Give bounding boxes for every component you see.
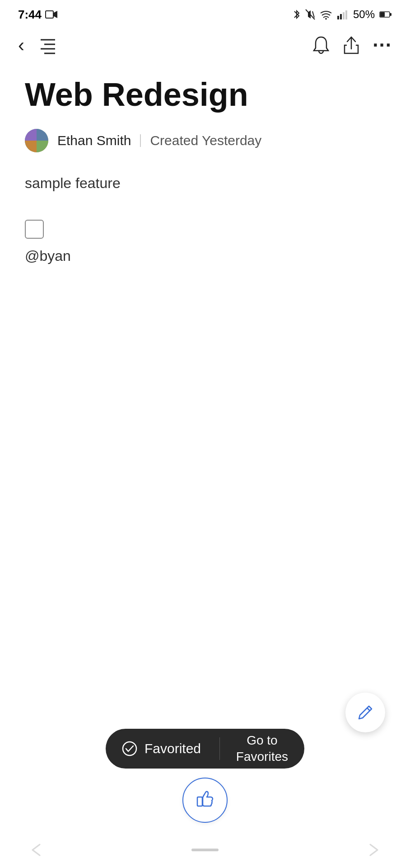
time-text: 7:44	[18, 8, 42, 22]
favorited-section[interactable]: Favorited	[106, 741, 219, 756]
svg-rect-6	[337, 16, 339, 19]
svg-rect-12	[390, 13, 391, 16]
mute-icon	[305, 9, 315, 20]
svg-marker-1	[54, 11, 57, 18]
nav-bar: ‹ ···	[0, 27, 410, 63]
more-button[interactable]: ···	[373, 34, 392, 57]
svg-rect-11	[380, 12, 385, 17]
outline-button[interactable]	[38, 36, 58, 54]
bottom-forward-icon[interactable]	[365, 841, 383, 859]
created-date: Created Yesterday	[150, 133, 261, 148]
video-icon	[45, 9, 58, 19]
author-avatar	[25, 129, 48, 152]
svg-rect-7	[340, 14, 342, 19]
bell-icon[interactable]	[312, 35, 330, 55]
goto-favorites-button[interactable]: Go to Favorites	[220, 732, 304, 765]
thumbsup-icon	[194, 789, 216, 811]
status-bar: 7:44 50%	[0, 0, 410, 27]
share-icon[interactable]	[343, 35, 360, 55]
nav-right: ···	[312, 34, 392, 57]
battery-text: 50%	[353, 8, 375, 21]
fab-edit-button[interactable]	[345, 693, 385, 732]
svg-point-5	[325, 18, 327, 19]
goto-favorites-label: Go to Favorites	[236, 732, 288, 765]
action-bar: Favorited Go to Favorites	[106, 729, 304, 769]
checkbox[interactable]	[25, 220, 44, 239]
nav-left: ‹	[18, 34, 58, 56]
status-time: 7:44	[18, 8, 58, 22]
description-text: sample feature	[25, 175, 385, 192]
checkbox-item	[25, 219, 385, 239]
author-row: Ethan Smith Created Yesterday	[25, 129, 385, 152]
svg-rect-8	[343, 12, 345, 19]
favorited-label: Favorited	[144, 741, 201, 756]
main-content: Web Redesign Ethan Smith Created Yesterd…	[0, 63, 410, 264]
svg-rect-0	[46, 11, 53, 18]
svg-point-17	[123, 742, 136, 755]
bottom-back-icon[interactable]	[27, 841, 45, 859]
wifi-icon	[320, 9, 332, 19]
svg-rect-19	[197, 797, 202, 806]
page-title: Web Redesign	[25, 77, 385, 113]
back-button[interactable]: ‹	[18, 34, 24, 56]
battery-icon	[379, 11, 392, 18]
svg-line-18	[367, 708, 370, 711]
bluetooth-icon	[293, 9, 301, 20]
edit-icon	[356, 703, 374, 722]
favorited-check-icon	[122, 741, 137, 756]
mention-text: @byan	[25, 248, 385, 264]
svg-rect-9	[345, 10, 347, 19]
fab-like-button[interactable]	[182, 778, 228, 823]
author-separator	[140, 134, 141, 147]
bottom-nav	[0, 832, 410, 868]
status-icons: 50%	[293, 8, 392, 21]
checkbox-section: @byan	[25, 219, 385, 264]
signal-icon	[337, 9, 349, 19]
author-name: Ethan Smith	[57, 133, 131, 148]
home-indicator	[191, 849, 219, 851]
